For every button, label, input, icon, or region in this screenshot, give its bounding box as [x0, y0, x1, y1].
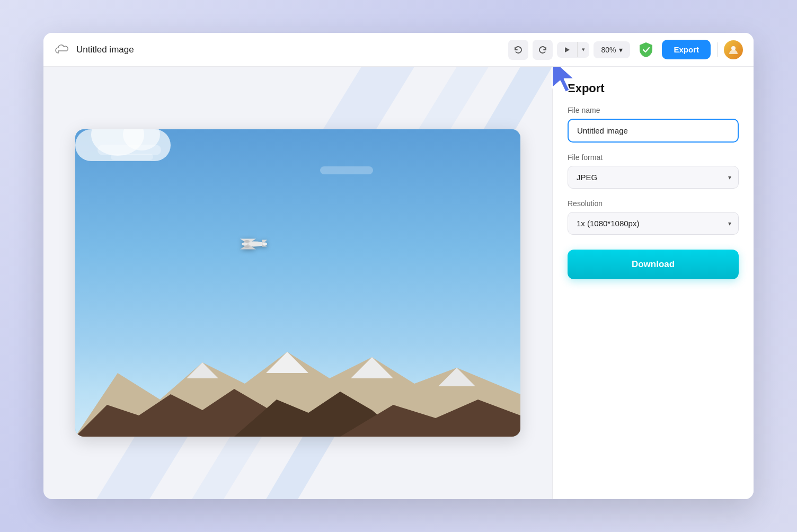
- image-scene: [75, 129, 520, 437]
- toolbar-divider: [717, 42, 718, 57]
- resolution-label: Resolution: [568, 199, 739, 208]
- resolution-group: Resolution 1x (1080*1080px) 2x (2160*216…: [568, 199, 739, 235]
- toolbar-center: ▾ 80% ▾: [508, 40, 630, 60]
- export-panel: Export File name File format JPEG PNG We…: [552, 67, 754, 499]
- file-name-input[interactable]: [568, 119, 739, 143]
- toolbar: Untitled image: [43, 33, 754, 67]
- cloud-wisp-3: [320, 166, 373, 174]
- resolution-select-wrap: 1x (1080*1080px) 2x (2160*2160px) 3x (32…: [568, 212, 739, 235]
- resolution-select[interactable]: 1x (1080*1080px) 2x (2160*2160px) 3x (32…: [568, 212, 739, 235]
- avatar[interactable]: [724, 40, 743, 59]
- file-format-label: File format: [568, 153, 739, 162]
- zoom-dropdown-icon: ▾: [619, 46, 623, 54]
- main-content: Export File name File format JPEG PNG We…: [43, 67, 754, 499]
- svg-point-7: [244, 240, 250, 243]
- doc-icon: [54, 41, 71, 58]
- toolbar-left: Untitled image: [54, 41, 502, 58]
- shield-icon-wrap: [636, 40, 656, 59]
- panel-title: Export: [568, 82, 739, 95]
- mountains-svg: [75, 331, 520, 437]
- play-split-button[interactable]: ▾: [557, 42, 589, 58]
- svg-point-6: [244, 245, 250, 248]
- file-format-group: File format JPEG PNG WebP SVG PDF ▾: [568, 153, 739, 189]
- canvas-image: [75, 129, 520, 437]
- play-button[interactable]: [557, 42, 577, 58]
- redo-button[interactable]: [533, 40, 553, 60]
- zoom-button[interactable]: 80% ▾: [594, 41, 630, 58]
- svg-point-5: [263, 243, 267, 246]
- doc-title: Untitled image: [76, 45, 134, 55]
- file-name-label: File name: [568, 106, 739, 114]
- airplane: [237, 235, 269, 258]
- zoom-value: 80%: [601, 46, 616, 54]
- file-name-group: File name: [568, 106, 739, 143]
- svg-point-0: [731, 46, 736, 50]
- play-dropdown-button[interactable]: ▾: [577, 42, 589, 57]
- file-format-select-wrap: JPEG PNG WebP SVG PDF ▾: [568, 166, 739, 189]
- export-button[interactable]: Export: [662, 40, 711, 59]
- shield-icon: [638, 41, 654, 58]
- toolbar-right: Export: [636, 40, 743, 59]
- undo-button[interactable]: [508, 40, 528, 60]
- download-button[interactable]: Download: [568, 250, 739, 279]
- file-format-select[interactable]: JPEG PNG WebP SVG PDF: [568, 166, 739, 189]
- canvas-area: [43, 67, 552, 499]
